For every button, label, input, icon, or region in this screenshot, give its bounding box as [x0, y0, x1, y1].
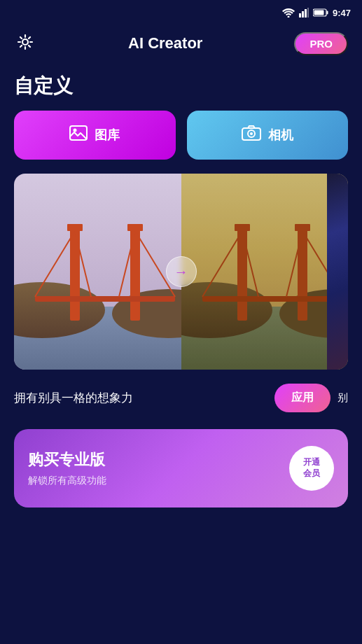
gallery-icon	[69, 125, 88, 141]
more-text: 别	[337, 391, 348, 405]
settings-button[interactable]	[14, 31, 36, 56]
image-preview: →	[14, 174, 348, 370]
signal-icon	[299, 8, 309, 18]
pro-card-subtitle: 解锁所有高级功能	[28, 475, 106, 487]
battery-icon	[313, 8, 328, 17]
header: AI Creator PRO	[0, 25, 362, 67]
status-icons: 9:47	[282, 8, 351, 18]
image-icon	[69, 125, 88, 145]
action-buttons: 图库 相机	[0, 111, 362, 174]
gear-icon	[14, 31, 36, 53]
svg-rect-25	[127, 224, 143, 231]
activate-label: 开通 会员	[303, 457, 320, 479]
preview-filtered	[181, 174, 349, 370]
svg-point-9	[74, 129, 77, 132]
preview-description: 拥有别具一格的想象力	[14, 390, 274, 406]
camera-button[interactable]: 相机	[187, 111, 349, 160]
preview-original	[14, 174, 181, 370]
camera-icon	[242, 125, 261, 145]
pro-card-text: 购买专业版 解锁所有高级功能	[28, 449, 106, 487]
side-peek	[327, 174, 348, 370]
pro-purchase-card: 购买专业版 解锁所有高级功能 开通 会员	[14, 429, 348, 507]
pro-card-title: 购买专业版	[28, 449, 106, 470]
svg-rect-1	[302, 11, 304, 18]
apply-button[interactable]: 应用	[274, 384, 330, 412]
svg-rect-39	[181, 174, 349, 370]
camera-svg-icon	[242, 125, 261, 141]
svg-rect-24	[67, 224, 83, 231]
status-bar: 9:47	[0, 0, 362, 25]
svg-rect-2	[305, 9, 307, 18]
time-display: 9:47	[333, 8, 351, 18]
camera-label: 相机	[268, 127, 293, 144]
svg-rect-3	[307, 8, 309, 18]
pro-button[interactable]: PRO	[294, 32, 348, 55]
arrow-right-icon: →	[174, 264, 188, 280]
svg-point-7	[22, 39, 28, 45]
svg-point-12	[250, 132, 253, 135]
svg-rect-6	[314, 10, 323, 15]
wifi-icon	[282, 8, 295, 18]
svg-rect-0	[299, 13, 301, 18]
bottom-row: 拥有别具一格的想象力 应用 别	[0, 370, 362, 412]
gallery-button[interactable]: 图库	[14, 111, 176, 160]
svg-rect-19	[35, 296, 175, 302]
compare-arrow[interactable]: →	[166, 256, 197, 287]
header-title: AI Creator	[128, 34, 202, 52]
section-title: 自定义	[0, 67, 362, 111]
activate-membership-button[interactable]: 开通 会员	[289, 446, 334, 491]
gallery-label: 图库	[95, 127, 120, 144]
svg-rect-5	[326, 11, 328, 15]
